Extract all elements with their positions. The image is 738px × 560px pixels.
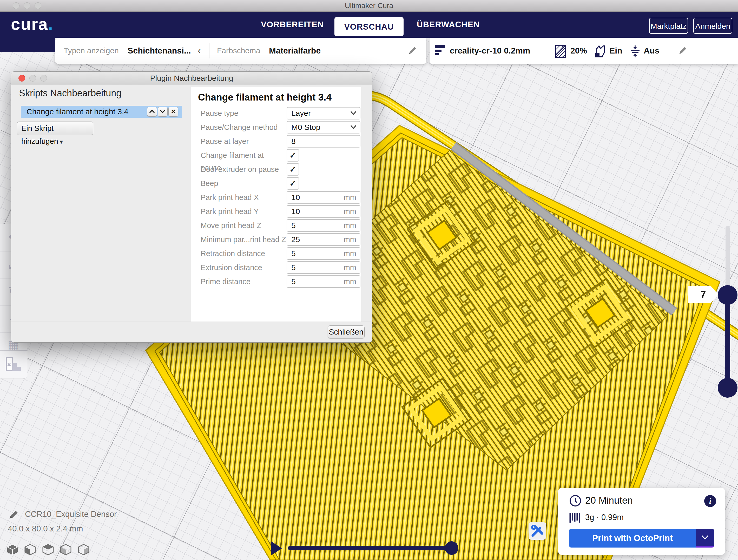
script-name: Change filament at height 3.4 [26,106,128,118]
window-title: Ultimaker Cura [0,0,738,11]
job-dimensions: 40.0 x 80.0 x 2.4 mm [8,524,83,534]
support-value: Ein [609,38,622,64]
setting-label: Prime distance [201,275,286,288]
chevron-down-icon [350,110,357,117]
dialog-footer: Schließen [11,322,372,342]
move-z-input[interactable]: 5mm [287,219,360,232]
view-type-value[interactable]: Schichtenansi... [127,38,191,64]
setting-label: Extrusion distance [201,261,286,274]
tab-ueberwachen[interactable]: ÜBERWACHEN [411,11,486,38]
setting-label: Pause at layer [201,135,286,147]
change-filament-checkbox[interactable]: ✓ [287,149,299,161]
view-right-icon[interactable] [78,544,89,555]
prime-distance-input[interactable]: 5mm [287,275,360,288]
clock-icon [569,495,582,508]
signin-button[interactable]: Anmelden [693,18,732,34]
script-remove-button[interactable]: × [168,107,178,117]
script-move-up-button[interactable] [147,107,157,117]
chevron-down-icon [350,124,357,131]
layer-slider-range[interactable] [725,295,730,388]
setting-label: Pause type [201,107,286,119]
cura-logo: cura. [11,15,53,34]
adhesion-value: Aus [644,38,659,64]
tab-vorbereiten[interactable]: VORBEREITEN [255,11,330,38]
play-button[interactable] [271,541,282,555]
view-type-label: Typen anzeigen [64,38,119,64]
dialog-titlebar: Plugin Nachbearbeitung [11,72,372,85]
simulation-slider-track[interactable] [288,546,452,550]
edit-pencil-icon[interactable] [677,45,688,57]
view-front-icon[interactable] [24,544,36,555]
print-summary-card: 20 Minuten i 3g · 0.99m Print with OctoP… [558,488,725,555]
setting-label: Cool extruder on pause [201,163,286,175]
view-left-icon[interactable] [60,544,71,555]
window-titlebar: Ultimaker Cura [0,0,738,12]
close-button[interactable]: Schließen [328,326,365,339]
layer-slider-upper-handle[interactable] [718,285,737,305]
infill-icon [555,45,567,59]
setting-label: Move print head Z [201,219,286,232]
pause-at-layer-input[interactable]: 8 [287,135,360,147]
setting-label: Beep [201,177,286,189]
extrusion-distance-input[interactable]: 5mm [287,261,360,274]
park-x-input[interactable]: 10mm [287,191,360,204]
setting-label: Park print head X [201,191,286,204]
cool-extruder-checkbox[interactable]: ✓ [287,163,299,175]
tools-icon [528,522,546,540]
logo-dot-icon: . [48,15,53,33]
print-options-dropdown[interactable] [696,529,714,546]
layer-slider-lower-handle[interactable] [718,378,737,398]
edit-pencil-icon[interactable] [407,45,418,57]
view-orientation-buttons [7,544,95,556]
setting-label: Retraction distance [201,247,286,260]
print-with-octoprint-button[interactable]: Print with OctoPrint [569,529,696,548]
script-settings-panel: Change filament at height 3.4 Pause type… [191,87,361,322]
setting-label: Park print head Y [201,205,286,218]
add-script-dropdown[interactable]: Ein Skript hinzufügen▾ [17,121,93,135]
dialog-title: Plugin Nachbearbeitung [11,72,372,85]
simulation-slider-handle[interactable] [445,541,458,555]
material-icon [569,512,582,524]
dropdown-caret-icon: ▾ [60,138,63,145]
post-processing-dialog: Plugin Nachbearbeitung Skripts Nachbearb… [11,71,372,343]
material-usage: 3g · 0.99m [585,513,624,522]
script-move-down-button[interactable] [158,107,167,117]
pause-type-select[interactable]: Layer [287,107,360,119]
adhesion-icon [629,45,641,59]
per-model-settings-icon[interactable] [5,356,22,374]
tab-vorschau[interactable]: VORSCHAU [334,17,404,36]
pause-method-select[interactable]: M0 Stop [287,121,360,133]
profile-value: creality-cr-10 0.2mm [450,38,530,64]
print-button-group: Print with OctoPrint [569,529,714,548]
info-icon[interactable]: i [704,495,716,507]
color-scheme-value[interactable]: Materialfarbe [269,38,321,64]
print-time: 20 Minuten [585,495,633,506]
retraction-distance-input[interactable]: 5mm [287,247,360,260]
collapse-chevron-icon[interactable]: ‹ [198,38,201,64]
marketplace-button[interactable]: Marktplatz [649,18,688,34]
color-scheme-label: Farbschema [217,38,260,64]
settings-panel-title: Change filament at height 3.4 [198,92,332,103]
scripts-heading: Skripts Nachbearbeitung [19,88,121,99]
view-settings-bar: Typen anzeigen Schichtenansi... ‹ Farbsc… [55,38,426,64]
view-top-icon[interactable] [42,544,54,555]
park-y-input[interactable]: 10mm [287,205,360,218]
rename-job-pencil-icon[interactable] [8,509,20,522]
setting-label: Minimum par...rint head Z [201,233,286,246]
post-processing-tools-button[interactable] [528,522,546,540]
setting-label: Pause/Change method [201,121,286,133]
infill-value: 20% [571,38,587,64]
minimum-park-z-input[interactable]: 25mm [287,233,360,246]
print-settings-bar[interactable]: creality-cr-10 0.2mm 20% Ein Aus [429,38,738,64]
setting-label: Change filament at pause [201,149,286,161]
job-name[interactable]: CCR10_Exquisite Densor [25,510,117,519]
cura-window: ✥ ⤢ ↻ ⇔ ▦ Ultimaker Cura cura. VORBEREIT… [0,0,738,560]
layer-height-icon [435,45,447,57]
support-icon [594,45,606,59]
view-3d-icon[interactable] [7,544,18,555]
beep-checkbox[interactable]: ✓ [287,177,299,189]
